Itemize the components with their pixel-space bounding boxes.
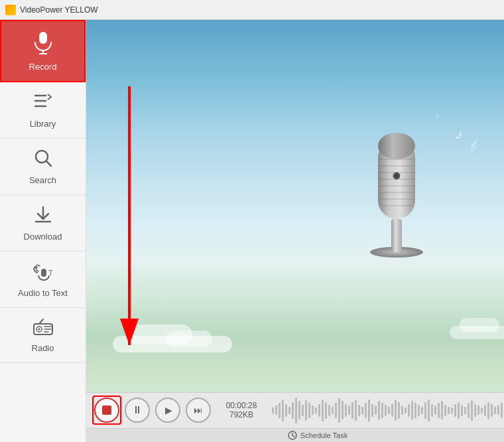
main-layout: Record Library Search bbox=[0, 20, 504, 442]
waveform-bar bbox=[385, 405, 387, 416]
cloud-right bbox=[450, 319, 504, 339]
waveform-bar bbox=[375, 405, 377, 415]
waveform-bar bbox=[424, 402, 426, 419]
waveform-bar bbox=[501, 403, 503, 417]
sidebar-item-audio-to-text[interactable]: T Audio to Text bbox=[0, 252, 86, 308]
svg-line-7 bbox=[46, 161, 51, 166]
svg-rect-20 bbox=[391, 219, 402, 252]
waveform-bar bbox=[448, 407, 450, 414]
waveform-bar bbox=[421, 407, 423, 414]
waveform-bar bbox=[438, 403, 440, 417]
waveform-bar bbox=[441, 401, 443, 419]
waveform-bar bbox=[401, 405, 403, 415]
waveform-bar bbox=[312, 405, 314, 415]
pause-button[interactable]: ⏸ bbox=[125, 398, 150, 423]
sidebar-item-search[interactable]: Search bbox=[0, 139, 86, 195]
time-display: 00:00:28 792KB bbox=[221, 401, 261, 419]
cloud-left bbox=[113, 326, 245, 352]
next-button[interactable]: ⏭ bbox=[186, 398, 211, 423]
svg-rect-0 bbox=[39, 32, 47, 44]
waveform-bar bbox=[481, 407, 483, 413]
waveform-bar bbox=[458, 402, 460, 419]
waveform-bar bbox=[408, 404, 410, 417]
waveform-bar bbox=[358, 405, 360, 416]
waveform-bar bbox=[461, 405, 463, 416]
microphone-illustration: ♪ ♪ 𝄞 bbox=[350, 100, 443, 265]
waveform-bar bbox=[308, 403, 310, 417]
waveform-bar bbox=[444, 405, 446, 416]
waveform-bar bbox=[371, 404, 373, 417]
waveform-bar bbox=[464, 407, 466, 414]
waveform-bar bbox=[302, 405, 304, 416]
sidebar-item-library[interactable]: Library bbox=[0, 82, 86, 139]
waveform-bar bbox=[285, 404, 287, 417]
schedule-label: Schedule Task bbox=[300, 431, 347, 439]
waveform-bar bbox=[275, 405, 277, 415]
player-bar: ⏸ ▶ ⏭ 00:00:28 792KB bbox=[86, 392, 504, 442]
sidebar-item-radio[interactable]: Radio bbox=[0, 308, 86, 363]
waveform-bar bbox=[282, 400, 284, 422]
waveform-bar bbox=[487, 402, 489, 419]
sidebar-label-audio-to-text: Audio to Text bbox=[18, 288, 68, 298]
play-button[interactable]: ▶ bbox=[155, 398, 180, 423]
waveform-bar bbox=[398, 402, 400, 419]
waveform-bar bbox=[272, 407, 274, 413]
waveform-bar bbox=[381, 403, 383, 417]
svg-point-30 bbox=[378, 133, 415, 159]
waveform-bar bbox=[348, 405, 350, 415]
sidebar-label-record: Record bbox=[29, 62, 57, 72]
waveform-bar bbox=[288, 407, 290, 414]
waveform-bar bbox=[361, 407, 363, 414]
search-icon bbox=[33, 148, 53, 171]
waveform-bar bbox=[325, 402, 327, 419]
player-controls: ⏸ ▶ ⏭ 00:00:28 792KB bbox=[86, 393, 504, 428]
waveform-bar bbox=[318, 404, 320, 417]
waveform-bar bbox=[414, 403, 416, 417]
sidebar-item-download[interactable]: Download bbox=[0, 195, 86, 252]
sidebar-label-download: Download bbox=[24, 232, 62, 242]
waveform-bar bbox=[332, 407, 334, 414]
waveform-bar bbox=[368, 400, 370, 422]
file-size: 792KB bbox=[229, 410, 253, 419]
audio-to-text-icon: T bbox=[32, 261, 54, 284]
waveform-bar bbox=[298, 401, 300, 419]
stop-icon bbox=[102, 405, 111, 415]
waveform-bar bbox=[454, 404, 456, 417]
waveform-bar bbox=[391, 404, 393, 417]
waveform-bar bbox=[477, 405, 479, 415]
waveform-bar bbox=[305, 400, 307, 421]
sidebar-label-search: Search bbox=[29, 175, 56, 185]
waveform-bar bbox=[497, 405, 499, 415]
library-icon bbox=[32, 92, 54, 115]
waveform-bar bbox=[451, 407, 453, 413]
waveform-bar bbox=[395, 400, 397, 421]
waveform-bar bbox=[355, 400, 357, 421]
app-title: VideoPower YELLOW bbox=[20, 5, 98, 15]
title-bar: VideoPower YELLOW bbox=[0, 0, 504, 20]
waveform-bar bbox=[471, 400, 473, 421]
radio-icon bbox=[32, 317, 54, 339]
waveform-bar bbox=[491, 404, 493, 417]
sidebar: Record Library Search bbox=[0, 20, 86, 442]
waveform-bar bbox=[484, 405, 486, 416]
schedule-bar[interactable]: Schedule Task bbox=[86, 428, 504, 442]
play-icon: ▶ bbox=[165, 405, 172, 415]
waveform bbox=[267, 398, 504, 423]
stop-button[interactable] bbox=[94, 398, 119, 423]
waveform-bar bbox=[428, 400, 430, 422]
sidebar-item-record[interactable]: Record bbox=[0, 20, 86, 82]
content-area: ♪ ♪ 𝄞 bbox=[86, 20, 504, 442]
waveform-bar bbox=[292, 402, 294, 419]
waveform-bar bbox=[335, 403, 337, 417]
elapsed-time: 00:00:28 bbox=[226, 401, 257, 410]
svg-rect-9 bbox=[41, 269, 46, 277]
pause-icon: ⏸ bbox=[132, 404, 143, 416]
waveform-bar bbox=[279, 403, 281, 417]
next-icon: ⏭ bbox=[194, 405, 203, 415]
waveform-bar bbox=[405, 407, 407, 413]
schedule-icon bbox=[288, 431, 297, 440]
waveform-bar bbox=[315, 407, 317, 413]
waveform-bar bbox=[345, 404, 347, 417]
sidebar-label-radio: Radio bbox=[32, 343, 54, 353]
waveform-bar bbox=[468, 403, 470, 417]
